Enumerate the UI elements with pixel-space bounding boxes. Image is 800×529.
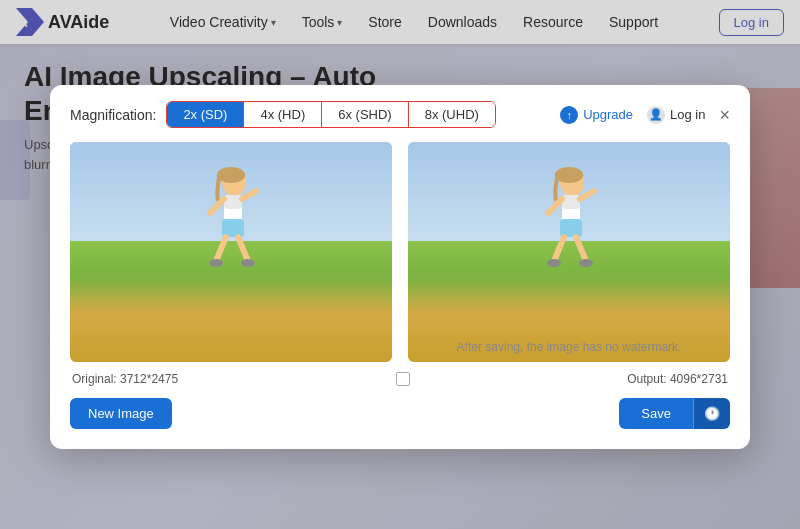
mag-2x-button[interactable]: 2x (SD) (167, 102, 244, 127)
user-icon: 👤 (647, 106, 665, 124)
clock-icon: 🕐 (704, 406, 720, 421)
close-button[interactable]: × (719, 106, 730, 124)
modal-login-button[interactable]: 👤 Log in (647, 106, 705, 124)
divider-icon (396, 372, 410, 386)
output-image: After saving, the image has no watermark… (408, 142, 730, 362)
upgrade-button[interactable]: ↑ Upgrade (560, 106, 633, 124)
svg-line-21 (576, 237, 586, 261)
action-row: New Image Save 🕐 (70, 398, 730, 429)
watermark-text: After saving, the image has no watermark… (408, 340, 730, 354)
upgrade-icon: ↑ (560, 106, 578, 124)
girl-figure (196, 161, 266, 285)
output-size-label: Output: 4096*2731 (627, 372, 728, 386)
mag-8x-button[interactable]: 8x (UHD) (409, 102, 495, 127)
output-image-box: After saving, the image has no watermark… (408, 142, 730, 362)
save-section: Save 🕐 (619, 398, 730, 429)
girl-svg (534, 161, 604, 281)
girl-figure (534, 161, 604, 285)
modal-login-label: Log in (670, 107, 705, 122)
info-bar: Original: 3712*2475 Output: 4096*2731 (70, 372, 730, 386)
save-button[interactable]: Save (619, 398, 693, 429)
girl-svg (196, 161, 266, 281)
svg-line-10 (238, 237, 248, 261)
original-image-box (70, 142, 392, 362)
svg-point-11 (209, 259, 223, 267)
svg-point-12 (241, 259, 255, 267)
magnification-label: Magnification: (70, 107, 156, 123)
svg-rect-16 (562, 195, 580, 209)
mag-6x-button[interactable]: 6x (SHD) (322, 102, 408, 127)
svg-line-8 (242, 191, 256, 199)
upgrade-label: Upgrade (583, 107, 633, 122)
modal-header-right: ↑ Upgrade 👤 Log in × (560, 106, 730, 124)
original-image-container (70, 142, 392, 362)
new-image-button[interactable]: New Image (70, 398, 172, 429)
modal-dialog: Magnification: 2x (SD) 4x (HD) 6x (SHD) … (50, 85, 750, 449)
original-image (70, 142, 392, 362)
svg-line-20 (554, 237, 564, 261)
svg-rect-5 (224, 195, 242, 209)
modal-header: Magnification: 2x (SD) 4x (HD) 6x (SHD) … (70, 101, 730, 128)
output-image-container: After saving, the image has no watermark… (408, 142, 730, 362)
save-dropdown-button[interactable]: 🕐 (693, 398, 730, 429)
magnification-options: 2x (SD) 4x (HD) 6x (SHD) 8x (UHD) (166, 101, 495, 128)
svg-point-23 (579, 259, 593, 267)
original-size-label: Original: 3712*2475 (72, 372, 178, 386)
mag-4x-button[interactable]: 4x (HD) (244, 102, 322, 127)
svg-point-22 (547, 259, 561, 267)
svg-line-9 (216, 237, 226, 261)
svg-line-19 (580, 191, 594, 199)
images-comparison: After saving, the image has no watermark… (70, 142, 730, 362)
